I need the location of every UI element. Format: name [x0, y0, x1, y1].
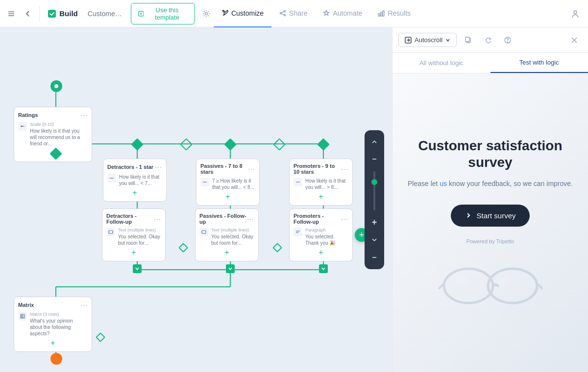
svg-rect-11 [378, 14, 380, 16]
svg-point-33 [21, 126, 22, 127]
svg-rect-37 [109, 231, 113, 233]
survey-subtitle: Please let us know your feedback, so we … [408, 179, 573, 189]
ratings-node-menu[interactable]: ··· [80, 111, 88, 119]
menu-button[interactable] [4, 5, 19, 23]
glasses-illustration [437, 264, 544, 308]
tab-share[interactable]: Share [271, 0, 315, 27]
svg-point-64 [498, 275, 512, 286]
nav-divider [39, 6, 40, 22]
promoters-node-menu[interactable]: ··· [341, 165, 348, 173]
svg-rect-54 [466, 37, 469, 42]
svg-point-7 [284, 14, 286, 16]
svg-point-63 [454, 275, 467, 286]
use-template-button[interactable]: Use this template [131, 3, 195, 24]
panel-refresh-button[interactable] [480, 32, 496, 48]
passives-followup-icon [199, 228, 208, 236]
tab-automate[interactable]: Automate [315, 0, 370, 27]
svg-rect-12 [381, 12, 382, 16]
main-layout: Ratings ··· Scale (0-10) How likely is i… [0, 27, 588, 372]
back-button[interactable] [21, 5, 35, 23]
detractors-icon [107, 174, 116, 183]
promoters-followup-icon [294, 228, 302, 236]
svg-rect-3 [48, 10, 56, 18]
converge-diamond-3 [319, 264, 328, 273]
passives-followup-add-btn[interactable]: + [199, 248, 254, 257]
matrix-node-icon [18, 312, 27, 321]
settings-button[interactable] [199, 5, 214, 23]
svg-rect-13 [383, 11, 384, 16]
promoters-followup-add-btn[interactable]: + [294, 248, 348, 257]
svg-rect-41 [21, 314, 24, 318]
brand-logo: Build [44, 9, 82, 18]
promoters-node[interactable]: Promoters - 9 to 10 stars ··· How likely… [289, 159, 353, 206]
promoters-followup-menu[interactable]: ··· [341, 215, 348, 223]
svg-point-5 [205, 12, 207, 15]
zoom-track [373, 171, 375, 210]
promoters-icon [294, 178, 302, 186]
passives-node-menu[interactable]: ··· [248, 165, 255, 173]
nav-center-tabs: Customize Share Automate Results [214, 0, 418, 27]
zoom-controls [365, 130, 384, 269]
svg-point-45 [374, 222, 375, 223]
svg-point-56 [508, 42, 508, 42]
flow-canvas[interactable]: Ratings ··· Scale (0-10) How likely is i… [0, 27, 392, 372]
zoom-prev-button[interactable] [367, 152, 382, 167]
promoters-add-btn[interactable]: + [294, 192, 348, 201]
ratings-node-icon [18, 122, 27, 131]
svg-point-6 [284, 10, 286, 12]
detractors-followup-icon [106, 228, 115, 236]
zoom-up-button[interactable] [367, 134, 382, 150]
svg-rect-38 [202, 231, 206, 233]
user-button[interactable] [566, 5, 584, 23]
panel-toolbar: Autoscroll [392, 27, 588, 53]
tab-test-with-logic[interactable]: Test with logic [490, 53, 588, 73]
panel-copy-button[interactable] [461, 32, 476, 48]
powered-by-label: Powered by Tripetto [466, 238, 514, 244]
detractors-node[interactable]: Detractors - 1 star ··· How likely is it… [103, 159, 167, 202]
matrix-add-btn[interactable]: + [18, 339, 88, 348]
svg-point-59 [444, 269, 493, 303]
autoscroll-button[interactable]: Autoscroll [398, 33, 457, 47]
detractors-add-btn[interactable]: + [107, 188, 162, 197]
zoom-minus-button[interactable] [367, 250, 382, 265]
svg-line-10 [282, 13, 284, 15]
promoters-followup-node[interactable]: Promoters - Follow-up ··· Paragraph You … [289, 209, 353, 261]
survey-preview: Customer satisfaction survey Please let … [392, 73, 588, 372]
matrix-node[interactable]: Matrix ··· Matrix (3 rows) What's your o… [14, 297, 92, 352]
tab-customize[interactable]: Customize [214, 0, 271, 27]
detractors-node-menu[interactable]: ··· [155, 163, 162, 171]
tab-results[interactable]: Results [370, 0, 418, 27]
svg-point-14 [574, 11, 577, 14]
zoom-thumb [371, 179, 377, 185]
right-panel: Autoscroll [392, 27, 588, 372]
passives-icon [200, 178, 209, 186]
converge-diamond-2 [226, 264, 235, 273]
zoom-center-button[interactable] [367, 214, 382, 230]
nav-left: Build Customer S... Use this template [4, 3, 214, 24]
detractors-followup-node[interactable]: Detractors - Follow-up ··· Text (multipl… [102, 209, 166, 261]
matrix-node-menu[interactable]: ··· [80, 301, 88, 309]
survey-title: Customer satisfaction survey [404, 138, 576, 170]
document-title: Customer S... [84, 10, 127, 18]
tab-all-without-logic[interactable]: All without logic [392, 53, 490, 73]
panel-tabs: All without logic Test with logic [392, 53, 588, 73]
converge-diamond-1 [133, 264, 142, 273]
passives-followup-node[interactable]: Passives - Follow-up ··· Text (multiple … [195, 209, 259, 261]
panel-help-button[interactable] [500, 32, 515, 48]
svg-line-9 [282, 11, 284, 13]
start-survey-button[interactable]: Start survey [451, 205, 529, 227]
detractors-followup-add-btn[interactable]: + [106, 248, 161, 257]
zoom-down-button[interactable] [367, 232, 382, 248]
passives-add-btn[interactable]: + [200, 192, 255, 201]
svg-point-8 [280, 12, 282, 14]
nav-right [418, 5, 584, 23]
passives-node[interactable]: Passives - 7 to 8 stars ··· 7 ≥ How like… [196, 159, 260, 206]
passives-followup-menu[interactable]: ··· [247, 215, 254, 223]
flow-start-node [50, 80, 62, 92]
panel-close-button[interactable] [566, 32, 582, 48]
detractors-followup-menu[interactable]: ··· [154, 215, 161, 223]
top-navigation: Build Customer S... Use this template Cu… [0, 0, 588, 27]
flow-end-node [50, 353, 62, 365]
